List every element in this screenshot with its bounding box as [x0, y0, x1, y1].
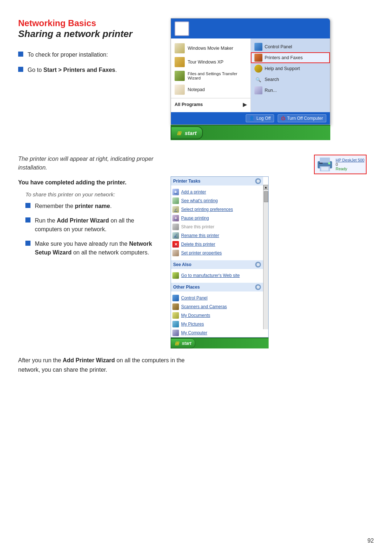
printer-name-label[interactable]: HP DeskJet 500 — [336, 158, 364, 162]
menu-item-cp[interactable]: Control Panel — [251, 41, 330, 52]
other-places-collapse[interactable]: ⊗ — [255, 284, 261, 290]
svg-rect-1 — [320, 158, 330, 163]
menu-item-search[interactable]: 🔍 Search — [251, 74, 330, 85]
menu-item-help[interactable]: Help and Support — [251, 63, 330, 74]
transfer-icon — [175, 71, 185, 81]
bullet-square-2 — [18, 67, 23, 72]
xp-taskbar: start — [171, 125, 330, 140]
task-mycomp[interactable]: My Computer — [171, 328, 263, 337]
bullet-square-1 — [18, 52, 23, 57]
menu-item-printers[interactable]: Printers and Faxes — [251, 52, 330, 63]
help-icon — [254, 65, 262, 73]
share-printer-icon — [172, 224, 179, 230]
sub-bullet-text-3: Make sure you have already run the Netwo… — [35, 240, 160, 257]
search-icon: 🔍 — [254, 76, 262, 83]
printer-icon — [316, 157, 334, 172]
see-printing-icon — [172, 197, 179, 204]
xp-menu-left-col: Windows Movie Maker Tour Windows XP File… — [171, 38, 251, 112]
printers-start-button[interactable]: start — [171, 338, 195, 348]
printer-line2: 0 — [336, 162, 364, 167]
control-panel-icon — [254, 43, 262, 51]
scroll-up-arrow[interactable]: ▲ — [264, 185, 269, 190]
see-also-collapse[interactable]: ⊗ — [255, 262, 261, 268]
sub-bullet-3: Make sure you have already run the Netwo… — [25, 240, 160, 257]
middle-left-text: The printer icon will appear at right, i… — [18, 155, 160, 348]
printer-tasks-collapse[interactable]: ⊗ — [255, 178, 261, 184]
menu-item-tour[interactable]: Tour Windows XP — [171, 55, 250, 69]
completed-statement: You have completed adding the printer. — [18, 179, 160, 186]
title-red: Networking Basics — [18, 18, 160, 28]
cp-icon2 — [172, 295, 179, 301]
bottom-text: After you run the Add Printer Wizard on … — [18, 356, 200, 374]
sub-bullet-2: Run the Add Printer Wizard on all the co… — [25, 216, 160, 234]
printer-icon-highlighted: HP DeskJet 500 0 Ready — [314, 155, 367, 174]
menu-item-run[interactable]: Run... — [251, 85, 330, 96]
menu-divider — [171, 98, 250, 98]
printer-icon-desc: The printer icon will appear at right, i… — [18, 155, 160, 172]
task-pause-printing[interactable]: ⏸ Pause printing — [171, 214, 263, 223]
svg-rect-3 — [321, 167, 328, 171]
task-mypics[interactable]: My Pictures — [171, 320, 263, 328]
xp-menu-top — [171, 19, 330, 38]
scroll-bar[interactable]: ▲ — [263, 185, 268, 329]
task-scanners[interactable]: Scanners and Cameras — [171, 302, 263, 311]
tour-icon — [175, 57, 185, 67]
task-select-printing[interactable]: ✓ Select printing preferences — [171, 205, 263, 214]
start-button[interactable]: start — [171, 126, 203, 139]
mycomp-icon — [172, 330, 179, 336]
xp-menu: Windows Movie Maker Tour Windows XP File… — [171, 18, 330, 125]
other-places-section: Other Places ⊗ Control Panel Scanners an… — [171, 283, 263, 337]
xp-menu-right-col: Control Panel Printers and Faxes Help an… — [251, 38, 330, 112]
middle-section: The printer icon will appear at right, i… — [18, 155, 374, 348]
bullet-1: To check for proper installation: — [18, 50, 160, 59]
select-prefs-icon: ✓ — [172, 206, 179, 213]
power-icon: ⏻ — [281, 116, 285, 121]
pause-printing-icon: ⏸ — [172, 215, 179, 221]
task-add-printer[interactable]: ✚ Add a printer — [171, 188, 263, 196]
task-see-printing[interactable]: See what's printing — [171, 196, 263, 205]
xp-start-menu-screenshot: Windows Movie Maker Tour Windows XP File… — [171, 15, 374, 140]
task-goto-web[interactable]: Go to manufacturer's Web site — [171, 271, 263, 280]
task-rename-printer[interactable]: 🖊 Rename this printer — [171, 231, 263, 240]
task-delete-printer[interactable]: ✕ Delete this printer — [171, 240, 263, 249]
top-section: Networking Basics Sharing a network prin… — [18, 15, 374, 140]
delete-printer-icon: ✕ — [172, 241, 179, 248]
printer-tasks-section: Printer Tasks ⊗ ✚ Add a printer See what… — [171, 177, 263, 257]
menu-item-transfer[interactable]: Files and Settings Transfer Wizard — [171, 69, 250, 83]
printer-label-box: HP DeskJet 500 0 Ready — [336, 158, 364, 171]
sub-bullet-square-2 — [25, 217, 30, 223]
see-also-section: See Also ⊗ Go to manufacturer's Web site — [171, 260, 263, 280]
page-number: 92 — [367, 538, 374, 544]
logoff-button[interactable]: 👤 Log Off — [246, 114, 274, 122]
title-italic: Sharing a network printer — [18, 28, 160, 40]
printers-flag-icon — [175, 340, 180, 346]
task-mydocs[interactable]: My Documents — [171, 311, 263, 320]
all-programs-button[interactable]: All Programs ▶ — [171, 100, 250, 109]
run-icon — [254, 86, 262, 94]
mypics-icon — [172, 321, 179, 327]
menu-item-notepad[interactable]: Notepad — [171, 83, 250, 97]
rename-printer-icon: 🖊 — [172, 232, 179, 239]
sub-bullet-text-2: Run the Add Printer Wizard on all the co… — [35, 216, 160, 234]
printer-status: Ready — [336, 167, 364, 171]
xp-printers-panel: ▲ Printer Tasks ⊗ ✚ Add a printer — [171, 176, 269, 338]
printers-icon — [254, 54, 262, 62]
svg-point-4 — [328, 162, 330, 164]
task-cp[interactable]: Control Panel — [171, 294, 263, 302]
turnoff-button[interactable]: ⏻ Turn Off Computer — [278, 114, 326, 122]
other-places-title: Other Places ⊗ — [171, 283, 263, 291]
bullet-text-2: Go to Start > Printers and Faxes. — [28, 66, 117, 74]
scroll-thumb[interactable] — [264, 191, 268, 202]
sub-bullet-square-3 — [25, 241, 30, 246]
svg-rect-5 — [319, 163, 323, 164]
share-label: To share this printer on your network: — [18, 191, 160, 197]
xp-user-avatar — [175, 21, 189, 36]
panel-content: Printer Tasks ⊗ ✚ Add a printer See what… — [171, 177, 268, 337]
sub-bullet-1: Remember the printer name. — [25, 202, 160, 211]
top-left-instructions: Networking Basics Sharing a network prin… — [18, 15, 160, 140]
xp-menu-body: Windows Movie Maker Tour Windows XP File… — [171, 38, 330, 112]
task-set-props[interactable]: Set printer properties — [171, 249, 263, 257]
menu-item-movie[interactable]: Windows Movie Maker — [171, 41, 250, 55]
set-props-icon — [172, 250, 179, 256]
goto-web-icon — [172, 272, 179, 279]
